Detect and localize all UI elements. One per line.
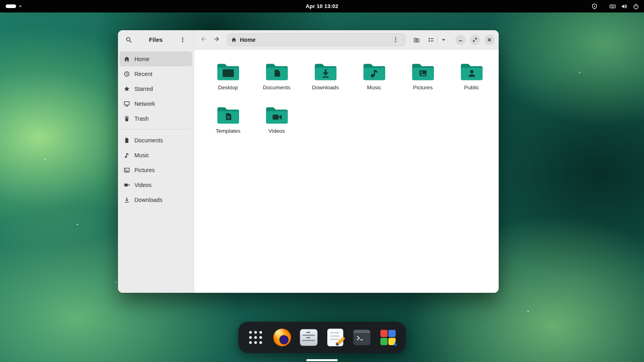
pencil-icon bbox=[335, 337, 345, 346]
folder-icon-templates bbox=[216, 105, 241, 125]
folder-icon-desktop bbox=[216, 62, 241, 82]
sidebar-separator bbox=[120, 129, 191, 130]
chevron-down-icon bbox=[440, 37, 447, 43]
sidebar-item-documents[interactable]: Documents bbox=[120, 133, 192, 148]
sidebar-item-trash[interactable]: Trash bbox=[120, 111, 192, 126]
system-tray[interactable] bbox=[591, 0, 639, 12]
sidebar-item-label: Starred bbox=[134, 86, 153, 92]
clock[interactable]: Apr 10 13:02 bbox=[306, 0, 339, 12]
music-icon bbox=[124, 152, 130, 158]
volume-icon[interactable] bbox=[621, 3, 627, 10]
current-location-label: Home bbox=[240, 37, 256, 43]
desktop-emblem bbox=[223, 69, 234, 77]
path-bar[interactable]: Home bbox=[227, 33, 406, 46]
workspace-indicator[interactable] bbox=[6, 0, 21, 12]
file-manager-button[interactable] bbox=[297, 324, 320, 351]
software-store-icon bbox=[380, 329, 397, 346]
folder-downloads[interactable]: Downloads bbox=[301, 61, 350, 104]
firefox-icon bbox=[273, 329, 291, 346]
sidebar-item-label: Pictures bbox=[134, 167, 155, 173]
store-tile-blue bbox=[388, 330, 396, 337]
shield-icon[interactable] bbox=[591, 3, 598, 10]
app-menu-button[interactable] bbox=[177, 34, 189, 46]
forward-button[interactable] bbox=[211, 34, 222, 45]
close-button[interactable] bbox=[484, 35, 495, 45]
folder-icon-pictures bbox=[411, 62, 436, 82]
home-indicator bbox=[306, 359, 338, 361]
firefox-button[interactable] bbox=[270, 324, 294, 351]
list-view-button[interactable] bbox=[425, 34, 437, 46]
back-button[interactable] bbox=[198, 34, 209, 45]
sidebar-header: Files bbox=[118, 30, 194, 49]
minimize-button[interactable] bbox=[455, 35, 466, 45]
sidebar-item-network[interactable]: Network bbox=[120, 96, 192, 111]
folder-grid: Desktop Documents Downloads bbox=[194, 49, 499, 293]
location-menu-button[interactable] bbox=[390, 34, 402, 46]
sidebar-item-label: Trash bbox=[134, 115, 149, 122]
sidebar-list: Home Recent Starred Network Trash bbox=[118, 49, 194, 207]
sidebar-item-label: Documents bbox=[134, 137, 163, 144]
recent-icon bbox=[124, 71, 130, 77]
view-options-button[interactable] bbox=[438, 34, 450, 46]
home-icon bbox=[124, 56, 130, 62]
sidebar-item-starred[interactable]: Starred bbox=[120, 81, 192, 96]
network-icon bbox=[124, 101, 130, 107]
sidebar-item-label: Music bbox=[134, 152, 149, 158]
search-folder-button[interactable] bbox=[411, 34, 423, 46]
sidebar-item-label: Downloads bbox=[134, 197, 162, 203]
folder-label: Desktop bbox=[218, 85, 238, 91]
back-arrow-icon bbox=[200, 36, 207, 43]
folder-icon-videos bbox=[264, 105, 289, 125]
documents-icon bbox=[124, 137, 130, 144]
app-title: Files bbox=[135, 36, 177, 43]
folder-templates[interactable]: Templates bbox=[204, 104, 252, 148]
pictures-icon bbox=[124, 167, 130, 173]
terminal-icon bbox=[353, 329, 371, 346]
workspace-dot[interactable] bbox=[19, 5, 21, 7]
folder-icon-documents bbox=[264, 62, 289, 82]
folder-label: Downloads bbox=[312, 85, 339, 91]
sidebar-item-label: Videos bbox=[134, 182, 152, 188]
power-icon[interactable] bbox=[633, 3, 639, 10]
folder-documents[interactable]: Documents bbox=[252, 61, 301, 104]
downloads-icon bbox=[124, 197, 130, 203]
sidebar-item-label: Home bbox=[134, 56, 149, 62]
folder-public[interactable]: Public bbox=[447, 61, 496, 104]
search-button[interactable] bbox=[123, 34, 135, 46]
folder-label: Pictures bbox=[413, 85, 433, 91]
home-icon bbox=[231, 37, 237, 43]
sidebar-item-downloads[interactable]: Downloads bbox=[120, 192, 192, 207]
folder-videos[interactable]: Videos bbox=[252, 104, 301, 148]
folder-label: Templates bbox=[216, 128, 241, 134]
terminal-prompt-icon bbox=[356, 335, 364, 341]
sidebar-item-home[interactable]: Home bbox=[120, 51, 192, 66]
keyboard-icon[interactable] bbox=[609, 3, 616, 10]
sidebar-item-label: Network bbox=[134, 101, 155, 107]
close-icon bbox=[487, 37, 492, 43]
sidebar: Files Home Recent Starre bbox=[118, 30, 194, 293]
terminal-button[interactable] bbox=[350, 324, 374, 351]
sidebar-item-music[interactable]: Music bbox=[120, 148, 192, 162]
maximize-icon bbox=[472, 37, 478, 43]
kebab-menu-icon bbox=[392, 37, 399, 43]
folder-pictures[interactable]: Pictures bbox=[398, 61, 447, 104]
software-store-button[interactable] bbox=[377, 324, 400, 351]
videos-icon bbox=[124, 182, 130, 188]
text-editor-icon bbox=[327, 329, 343, 346]
files-window: Files Home Recent Starre bbox=[118, 30, 499, 293]
sidebar-item-videos[interactable]: Videos bbox=[120, 177, 192, 192]
view-toggle-group bbox=[425, 34, 450, 46]
app-grid-button[interactable] bbox=[244, 324, 267, 351]
text-editor-button[interactable] bbox=[324, 324, 347, 351]
photo-emblem bbox=[419, 70, 426, 76]
folder-label: Music bbox=[367, 85, 381, 91]
store-tile-green bbox=[380, 338, 388, 345]
sidebar-item-pictures[interactable]: Pictures bbox=[120, 162, 192, 177]
list-view-icon bbox=[428, 37, 434, 43]
workspace-pill-active[interactable] bbox=[6, 4, 16, 8]
folder-music[interactable]: Music bbox=[350, 61, 398, 104]
folder-desktop[interactable]: Desktop bbox=[204, 61, 252, 104]
sidebar-item-recent[interactable]: Recent bbox=[120, 66, 192, 81]
maximize-button[interactable] bbox=[470, 35, 480, 45]
folder-icon-downloads bbox=[313, 62, 338, 82]
